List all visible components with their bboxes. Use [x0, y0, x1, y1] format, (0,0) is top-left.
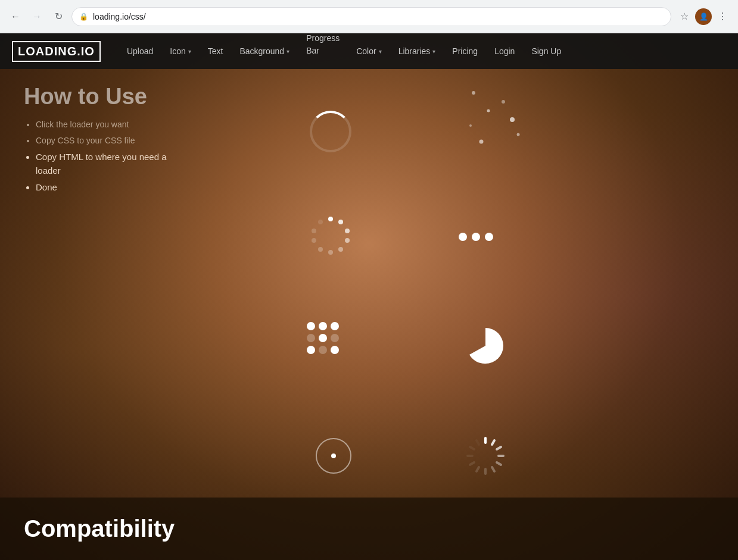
compatibility-section: Compatibility — [0, 498, 738, 560]
how-to-use-section: How to Use Click the loader you want Cop… — [24, 84, 714, 195]
how-to-use-title: How to Use — [24, 84, 714, 110]
nav-item-signup[interactable]: Sign Up — [523, 33, 569, 69]
grid-dot-8 — [319, 346, 327, 354]
svg-point-7 — [328, 217, 333, 221]
loader-radial[interactable] — [462, 432, 503, 474]
nav-item-background[interactable]: Background ▾ — [231, 33, 298, 69]
radial-animation — [462, 432, 503, 474]
avatar: 👤 — [695, 8, 712, 25]
nav-login-label: Login — [494, 46, 515, 56]
svg-point-8 — [338, 220, 343, 224]
background-dropdown-arrow: ▾ — [287, 48, 289, 55]
target-inner-dot — [331, 453, 336, 458]
nav-item-upload[interactable]: Upload — [119, 33, 161, 69]
logo[interactable]: LOADING.IO — [12, 41, 101, 62]
nav-item-progress-bar[interactable]: Progress Bar — [298, 33, 348, 69]
step-4: Done — [36, 181, 714, 195]
dot-1 — [459, 233, 467, 241]
target-animation — [316, 438, 351, 474]
nav-item-pricing[interactable]: Pricing — [444, 33, 486, 69]
nav-item-icon[interactable]: Icon ▾ — [161, 33, 199, 69]
svg-rect-23 — [484, 468, 487, 475]
browser-chrome: ← → ↻ 🔒 loading.io/css/ ☆ 👤 ⋮ — [0, 0, 738, 33]
radial-svg — [462, 432, 509, 480]
star-button[interactable]: ☆ — [676, 8, 693, 25]
nav-signup-label: Sign Up — [531, 46, 561, 56]
svg-rect-21 — [495, 461, 502, 466]
loader-dots-circle[interactable] — [310, 215, 351, 259]
step-3: Copy HTML to where you need aloader — [36, 151, 714, 177]
svg-point-10 — [345, 238, 350, 243]
main-content: LOADING.IO Upload Icon ▾ Text Background… — [0, 33, 738, 560]
compatibility-title: Compatibility — [24, 515, 714, 542]
loader-arc-spinner[interactable] — [310, 111, 351, 152]
dot-3 — [485, 233, 493, 241]
svg-point-9 — [345, 229, 350, 233]
nav-text-label: Text — [208, 46, 223, 56]
forward-button[interactable]: → — [29, 8, 45, 25]
nav-background-label: Background — [239, 46, 284, 56]
step-2: Copy CSS to your CSS file — [36, 134, 714, 147]
arc-spinner-animation — [310, 111, 351, 152]
nav-progress-label: Progress — [306, 33, 340, 43]
svg-point-14 — [312, 238, 316, 243]
dot-2 — [472, 233, 480, 241]
color-dropdown-arrow: ▾ — [379, 48, 382, 55]
svg-point-16 — [318, 220, 323, 224]
loader-pacman[interactable] — [465, 325, 506, 369]
step-1: Click the loader you want — [36, 118, 714, 131]
navbar: LOADING.IO Upload Icon ▾ Text Background… — [0, 33, 738, 69]
nav-item-color[interactable]: Color ▾ — [348, 33, 390, 69]
svg-point-13 — [318, 247, 323, 252]
address-bar[interactable]: 🔒 loading.io/css/ — [71, 7, 671, 26]
lock-icon: 🔒 — [79, 12, 88, 21]
svg-rect-22 — [490, 465, 496, 473]
svg-rect-28 — [475, 439, 480, 446]
grid-dot-2 — [319, 322, 327, 330]
nav-color-label: Color — [356, 46, 376, 56]
loader-target[interactable] — [316, 438, 351, 474]
loader-three-dots[interactable] — [459, 233, 493, 241]
nav-icon-label: Icon — [170, 46, 185, 56]
icon-dropdown-arrow: ▾ — [188, 48, 191, 55]
grid-dot-6 — [331, 334, 339, 342]
grid-dot-9 — [331, 346, 339, 354]
nav-links: Upload Icon ▾ Text Background ▾ Progress… — [119, 33, 726, 69]
svg-rect-18 — [490, 439, 496, 446]
svg-rect-25 — [468, 461, 475, 466]
dots-circle-svg — [310, 215, 351, 256]
refresh-button[interactable]: ↻ — [50, 8, 67, 25]
loader-grid-dots[interactable] — [307, 322, 339, 354]
browser-actions: ☆ 👤 ⋮ — [676, 8, 731, 25]
nav-bar-label: Bar — [306, 46, 319, 56]
nav-upload-label: Upload — [127, 46, 153, 56]
menu-button[interactable]: ⋮ — [714, 8, 731, 25]
grid-dot-5 — [319, 334, 327, 342]
svg-point-11 — [338, 247, 343, 252]
svg-rect-17 — [484, 437, 487, 444]
svg-point-12 — [328, 250, 333, 255]
three-dots-animation — [459, 233, 493, 241]
pacman-svg — [465, 325, 506, 367]
grid-dot-1 — [307, 322, 315, 330]
svg-rect-26 — [466, 455, 474, 457]
page-body: How to Use Click the loader you want Cop… — [0, 69, 738, 221]
url-text: loading.io/css/ — [93, 12, 146, 21]
nav-pricing-label: Pricing — [452, 46, 478, 56]
grid-dot-3 — [331, 322, 339, 330]
grid-dots-animation — [307, 322, 339, 354]
svg-rect-24 — [475, 465, 480, 473]
grid-dot-7 — [307, 346, 315, 354]
svg-rect-19 — [495, 445, 502, 450]
svg-rect-20 — [497, 455, 505, 457]
back-button[interactable]: ← — [7, 8, 24, 25]
nav-libraries-label: Libraries — [398, 46, 431, 56]
nav-item-text[interactable]: Text — [200, 33, 232, 69]
svg-point-15 — [312, 229, 316, 233]
nav-item-libraries[interactable]: Libraries ▾ — [390, 33, 444, 69]
nav-item-login[interactable]: Login — [486, 33, 523, 69]
libraries-dropdown-arrow: ▾ — [432, 48, 435, 55]
grid-dot-4 — [307, 334, 315, 342]
how-to-use-list: Click the loader you want Copy CSS to yo… — [24, 118, 714, 195]
svg-rect-27 — [468, 445, 475, 450]
